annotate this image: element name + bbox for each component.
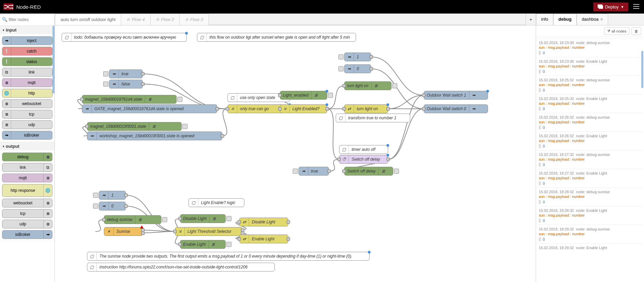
port[interactable]	[370, 67, 373, 70]
toggle-button[interactable]	[226, 216, 231, 221]
debug-scrollbar[interactable]	[641, 51, 643, 88]
inject-button[interactable]	[293, 169, 298, 174]
palette-node-websocket[interactable]: websocket≣	[2, 199, 52, 207]
inject-button[interactable]	[338, 66, 343, 72]
change-node[interactable]: ⇄turn light on	[344, 104, 388, 113]
port[interactable]	[422, 94, 425, 97]
palette-node-debug[interactable]: debug≣	[2, 153, 52, 161]
port[interactable]	[80, 98, 84, 101]
port[interactable]	[326, 107, 329, 110]
iobroker-out-node[interactable]: Outdoor Wall switch 0➡	[424, 104, 488, 113]
palette-node-udp[interactable]: ≣udp	[2, 120, 52, 129]
flow-tab[interactable]: auto turn on/off outdoor light	[55, 14, 121, 25]
inject-node[interactable]: ➡false	[109, 80, 143, 88]
inject-node[interactable]: ➡0	[99, 202, 126, 210]
sunrise-node[interactable]: ☀Sunrise	[104, 227, 143, 236]
debug-message[interactable]: 15.02.2018, 18:27:32 node: debug sunrise…	[537, 150, 643, 169]
comment-node[interactable]: ▢transform true to number 1	[336, 114, 410, 122]
port[interactable]	[422, 107, 425, 110]
palette-node-ioBroker[interactable]: ioBroker➡	[2, 230, 52, 239]
palette-node-tcp[interactable]: ≣tcp	[2, 110, 52, 119]
port[interactable]	[370, 55, 373, 59]
inject-button[interactable]	[93, 193, 98, 198]
change-node[interactable]: ⇄Disable Light	[239, 218, 288, 226]
palette-node-mqtt[interactable]: ≣mqtt	[2, 78, 52, 87]
debug-node[interactable]: magnet_158d00018761d4.state≣	[82, 95, 177, 104]
port[interactable]	[238, 220, 241, 224]
comment-node[interactable]: ▢timer auto off	[339, 145, 388, 154]
debug-message[interactable]: 15.02.2018, 18:27:32 node: Enable Lights…	[537, 169, 643, 187]
comment-node[interactable]: ▢Light Enable? logic	[188, 198, 244, 207]
hamburger-menu-icon[interactable]	[632, 2, 641, 12]
iobroker-node[interactable]: ➡GATE_magnet_158d00018761d4.state is ope…	[82, 104, 217, 113]
inject-node[interactable]: ➡0	[344, 64, 371, 73]
port[interactable]	[278, 107, 282, 110]
toggle-button[interactable]	[226, 242, 231, 247]
flow-tab[interactable]: ⊘Flow 4	[121, 14, 150, 25]
debug-message[interactable]: 15.02.2018, 18:29:32 node: debug sunrise…	[537, 225, 643, 243]
flow-tab[interactable]: ⊘Flow 3	[179, 14, 209, 25]
palette-node-tcp[interactable]: tcp≣	[2, 209, 52, 218]
debug-body[interactable]: 15.02.2018, 18:23:30 node: debug sunrise…	[536, 37, 644, 282]
debug-node[interactable]: turn light on≣	[344, 81, 392, 90]
port[interactable]	[124, 204, 128, 208]
toggle-button[interactable]	[392, 83, 397, 88]
palette-node-http[interactable]: 🌐http	[2, 89, 52, 98]
add-tab-button[interactable]: +	[526, 14, 536, 25]
toggle-button[interactable]	[162, 217, 167, 222]
debug-message[interactable]: 15.02.2018, 18:23:30 node: Enable Lights…	[537, 57, 643, 76]
port[interactable]	[337, 158, 341, 161]
debug-message[interactable]: 15.02.2018, 18:29:32 node: Enable Light	[537, 243, 643, 252]
debug-message[interactable]: 15.02.2018, 18:28:32 node: debug sunrise…	[537, 187, 643, 206]
inject-node[interactable]: ➡1	[99, 191, 126, 200]
port[interactable]	[327, 169, 331, 173]
debug-node[interactable]: debug sunrise≣	[104, 215, 161, 224]
palette-output-header[interactable]: ▾output	[0, 142, 54, 150]
toggle-button[interactable]	[394, 169, 399, 174]
port[interactable]	[216, 107, 219, 110]
debug-node[interactable]: Switch off delay≣	[344, 167, 393, 176]
flow-canvas[interactable]: ▢todo: добавить проверку если свет включ…	[55, 25, 536, 282]
port[interactable]	[226, 107, 229, 110]
inject-node[interactable]: ➡true	[109, 69, 143, 78]
palette-node-ioBroker[interactable]: ➡ioBroker	[2, 131, 52, 140]
switch-node[interactable]: ⤮Light Threshold Selector	[175, 227, 243, 236]
tab-info[interactable]: info	[536, 14, 553, 25]
inject-button[interactable]	[103, 72, 108, 77]
flow-tab[interactable]: ⊘Flow 2	[150, 14, 180, 25]
port[interactable]	[124, 194, 128, 197]
debug-node[interactable]: Disable Light≣	[180, 214, 226, 223]
palette-node-link[interactable]: link⧉	[2, 163, 52, 172]
palette-node-inject[interactable]: ➡inject	[2, 36, 52, 45]
debug-node[interactable]: Light_enabled≣	[280, 91, 327, 100]
debug-message[interactable]: 15.02.2018, 18:28:32 node: Enable Lights…	[537, 206, 643, 225]
comment-node[interactable]: ▢this flow on outdoor ligt after sunset …	[197, 33, 356, 42]
port[interactable]	[342, 169, 346, 173]
inject-node[interactable]: ➡true	[298, 167, 329, 176]
clear-debug-button[interactable]: 🗑	[631, 27, 641, 35]
debug-message[interactable]: 15.02.2018, 18:23:30 node: debug sunrise…	[537, 38, 643, 57]
inject-button[interactable]	[103, 82, 108, 87]
change-node[interactable]: ⇄Enable Light	[239, 235, 288, 243]
port[interactable]	[178, 217, 182, 220]
switch-node[interactable]: ⤮Light Enabled?	[280, 104, 327, 113]
port[interactable]	[178, 243, 182, 246]
iobroker-out-node[interactable]: Outdoor Wall switch 1➡	[424, 91, 488, 100]
tab-debug[interactable]: debug	[553, 14, 577, 25]
port[interactable]	[238, 237, 241, 241]
inject-button[interactable]	[93, 204, 98, 209]
palette-node-http-response[interactable]: http response🌐	[2, 184, 52, 197]
port[interactable]	[287, 220, 290, 224]
inject-node[interactable]: ➡1	[344, 53, 371, 61]
port[interactable]	[342, 84, 346, 87]
deploy-button[interactable]: Deploy ▼	[593, 2, 628, 12]
palette-node-link[interactable]: ⧉link	[2, 68, 52, 77]
port[interactable]	[141, 82, 145, 86]
palette-node-catch[interactable]: ❕catch	[2, 47, 52, 56]
port[interactable]	[141, 231, 145, 235]
debug-node[interactable]: Enable Light≣	[180, 240, 226, 249]
port[interactable]	[342, 107, 346, 110]
toggle-button[interactable]	[328, 93, 333, 98]
port[interactable]	[85, 125, 89, 128]
filter-all-nodes-button[interactable]: ⧩all nodes	[604, 27, 629, 35]
